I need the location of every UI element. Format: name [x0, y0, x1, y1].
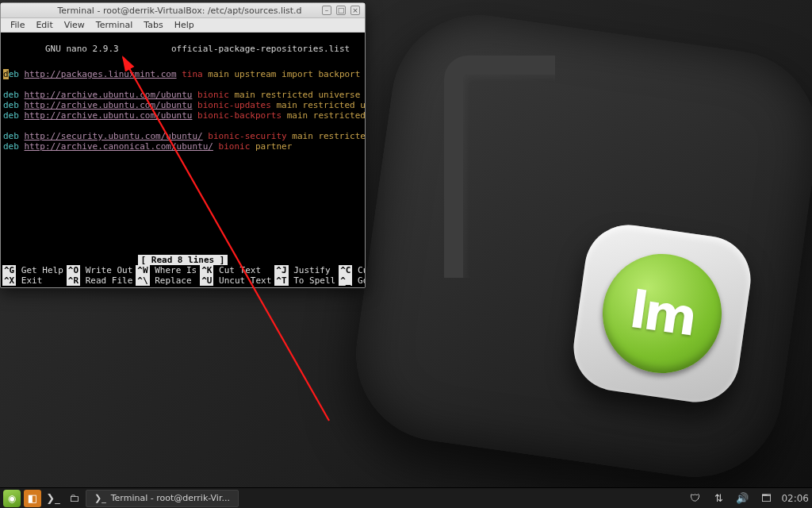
quicklaunch-files-icon[interactable]: 🗀 — [65, 490, 82, 507]
taskbar-task-terminal[interactable]: ❯_ Terminal - root@derrik-Vir... — [86, 490, 239, 507]
tray-volume-icon[interactable]: 🔊 — [733, 490, 751, 507]
task-terminal-label: Terminal - root@derrik-Vir... — [111, 493, 230, 503]
source-line: deb http://archive.ubuntu.com/ubuntu bio… — [3, 110, 362, 121]
window-title: Terminal - root@derrik-VirtualBox: /etc/… — [37, 6, 322, 16]
nano-file-content: deb http://packages.linuxmint.com tina m… — [3, 69, 362, 152]
nano-header: GNU nano 2.9.3 official-package-reposito… — [3, 33, 362, 64]
menu-help[interactable]: Help — [170, 19, 199, 31]
nano-help-item: ^K Cut Text — [200, 265, 271, 275]
taskbar[interactable]: ◉ ◧ ❯_ 🗀 ❯_ Terminal - root@derrik-Vir..… — [0, 487, 812, 508]
window-minimize-button[interactable]: – — [322, 6, 331, 15]
source-line: deb http://archive.ubuntu.com/ubuntu bio… — [3, 90, 362, 100]
nano-help-item: ^W Where Is — [136, 265, 197, 275]
source-line: deb http://packages.linuxmint.com tina m… — [3, 69, 362, 79]
nano-filename: official-package-repositories.list — [171, 44, 350, 54]
nano-help-item: ^R Read File — [67, 275, 132, 286]
nano-help-item: ^T To Spell — [274, 275, 335, 286]
window-menubar: File Edit View Terminal Tabs Help — [1, 18, 365, 33]
task-terminal-icon: ❯_ — [94, 493, 106, 503]
nano-help-item: ^_ Go To Line — [339, 275, 365, 286]
nano-help-item: ^J Justify — [274, 265, 335, 275]
source-line — [3, 121, 362, 131]
menu-edit[interactable]: Edit — [31, 19, 57, 31]
window-close-button[interactable]: × — [350, 6, 360, 15]
terminal-body[interactable]: GNU nano 2.9.3 official-package-reposito… — [1, 33, 365, 287]
menu-file[interactable]: File — [6, 19, 29, 31]
mint-logo-circle: lm — [595, 246, 729, 380]
nano-help-item: ^\ Replace — [136, 275, 197, 286]
window-titlebar[interactable]: Terminal - root@derrik-VirtualBox: /etc/… — [1, 3, 365, 18]
mint-logo-badge: lm — [568, 219, 756, 407]
nano-status-line: [ Read 8 lines ] — [1, 255, 365, 265]
menu-view[interactable]: View — [59, 19, 90, 31]
menu-tabs[interactable]: Tabs — [139, 19, 167, 31]
wallpaper-l-shape — [444, 56, 555, 278]
tray-battery-icon[interactable]: 🗔 — [757, 490, 775, 507]
nano-help-item: ^X Exit — [2, 275, 63, 286]
quicklaunch-terminal-icon[interactable]: ❯_ — [44, 490, 62, 507]
nano-help-item: ^C Cur Pos — [339, 265, 365, 275]
wallpaper-rounded-square — [345, 4, 812, 488]
source-line: deb http://archive.canonical.com/ubuntu/… — [3, 141, 362, 152]
source-line — [3, 79, 362, 90]
nano-version: GNU nano 2.9.3 — [35, 44, 119, 54]
source-line: deb http://archive.ubuntu.com/ubuntu bio… — [3, 100, 362, 110]
tray-network-icon[interactable]: ⇅ — [710, 490, 727, 507]
nano-help-item: ^U Uncut Text — [200, 275, 271, 286]
nano-help-item: ^G Get Help — [2, 265, 63, 275]
nano-help-item: ^O Write Out — [67, 265, 132, 275]
menu-terminal[interactable]: Terminal — [91, 19, 138, 31]
start-menu-button[interactable]: ◉ — [3, 490, 21, 507]
source-line: deb http://security.ubuntu.com/ubuntu/ b… — [3, 131, 362, 141]
tray-clock[interactable]: 02:06 — [781, 493, 809, 504]
show-desktop-button[interactable]: ◧ — [24, 490, 41, 507]
mint-menu-icon: ◉ — [8, 493, 16, 504]
tray-shield-icon[interactable]: 🛡 — [686, 490, 703, 507]
nano-help-bar: ^G Get Help^O Write Out^W Where Is^K Cut… — [1, 265, 365, 287]
system-tray: 🛡 ⇅ 🔊 🗔 02:06 — [686, 490, 809, 507]
mint-logo-glyph: lm — [626, 280, 698, 348]
window-maximize-button[interactable]: □ — [336, 6, 346, 15]
terminal-window[interactable]: Terminal - root@derrik-VirtualBox: /etc/… — [0, 2, 366, 288]
